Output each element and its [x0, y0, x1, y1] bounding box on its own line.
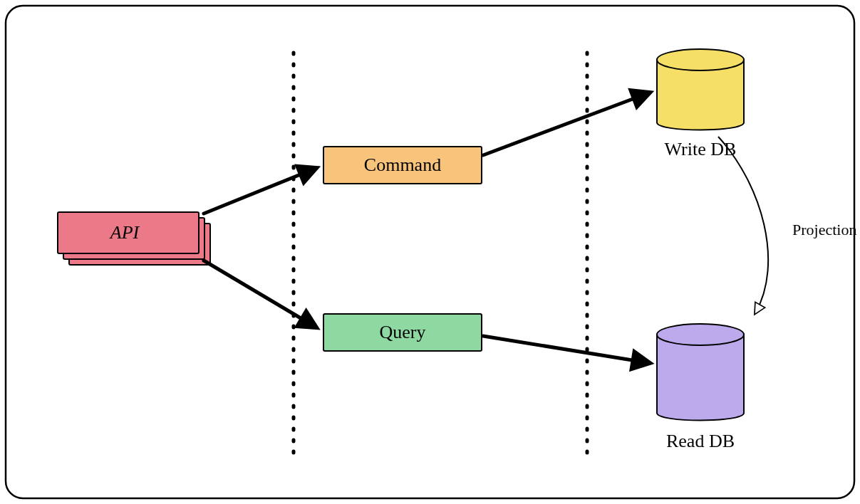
- read-db-label: Read DB: [666, 431, 735, 451]
- arrow-api-command: [204, 168, 316, 214]
- arrow-query-readdb: [483, 336, 650, 363]
- svg-point-6: [657, 324, 744, 345]
- query-label: Query: [380, 322, 426, 342]
- projection-label: Projection: [792, 221, 856, 238]
- read-db-node: Read DB: [657, 324, 744, 451]
- query-node: Query: [323, 314, 482, 351]
- api-node: API: [58, 212, 210, 265]
- command-node: Command: [323, 147, 482, 184]
- arrow-projection: [718, 137, 768, 313]
- api-label: API: [109, 222, 140, 243]
- cqrs-diagram: API Command Query Write DB Read DB Proje…: [0, 0, 860, 504]
- write-db-node: Write DB: [657, 49, 744, 159]
- svg-point-5: [657, 49, 744, 70]
- arrow-command-writedb: [483, 93, 650, 155]
- arrow-api-query: [204, 261, 316, 327]
- write-db-label: Write DB: [665, 139, 737, 159]
- command-label: Command: [364, 154, 441, 175]
